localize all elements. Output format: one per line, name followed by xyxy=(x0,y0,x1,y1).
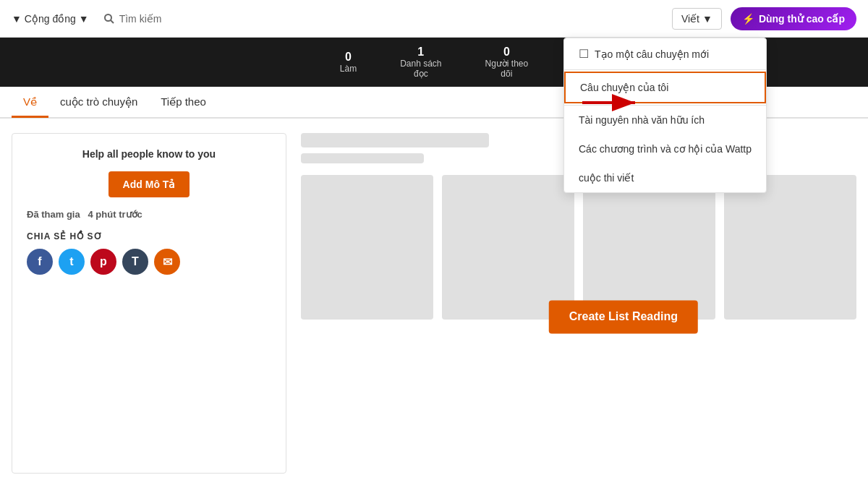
joined-prefix: Đã tham gia xyxy=(27,209,80,220)
stat-nguoi-theo: 0 Người theodõi xyxy=(485,46,529,79)
dropdown-menu: ☐ Tạo một câu chuyện mới Câu chuyện của … xyxy=(563,38,767,193)
premium-button[interactable]: ⚡ Dùng thử cao cấp xyxy=(731,7,856,30)
skeleton-subtitle xyxy=(301,153,424,163)
dropdown-contest-label: cuộc thi viết xyxy=(579,172,634,184)
help-text: Help all people know to you xyxy=(27,148,271,160)
dropdown-divider-1 xyxy=(564,69,766,70)
dropdown-resources-label: Tài nguyên nhà văn hữu ích xyxy=(579,114,705,126)
svg-line-1 xyxy=(111,20,114,23)
header-right: Viết ▼ ⚡ Dùng thử cao cấp xyxy=(672,7,856,30)
dropdown-item-new-story[interactable]: ☐ Tạo một câu chuyện mới xyxy=(564,38,766,69)
stat-nguoi-theo-label: Người theodõi xyxy=(485,59,529,79)
new-story-icon: ☐ xyxy=(579,47,589,61)
tab-cuoc-tro-chuyen[interactable]: cuộc trò chuyện xyxy=(48,88,149,118)
search-label: Tìm kiếm xyxy=(119,13,162,25)
skeleton-title xyxy=(301,133,489,147)
stat-lam-number: 0 xyxy=(340,51,357,64)
pinterest-share-button[interactable]: p xyxy=(90,249,116,275)
premium-label: Dùng thử cao cấp xyxy=(759,13,845,25)
header: ▼ Cộng đồng ▼ Tìm kiếm Viết ▼ ⚡ Dùng thử… xyxy=(0,0,868,38)
create-list-reading-button[interactable]: Create List Reading xyxy=(549,300,698,333)
stat-lam: 0 Làm xyxy=(340,51,357,74)
facebook-share-button[interactable]: f xyxy=(27,249,53,275)
community-label: Cộng đồng xyxy=(25,13,76,25)
joined-time: 4 phút trước xyxy=(88,209,142,220)
svg-point-0 xyxy=(105,14,111,21)
dropdown-item-programs[interactable]: Các chương trình và cơ hội của Wattp xyxy=(564,134,766,163)
stat-danh-sach-label: Danh sáchđọc xyxy=(400,59,441,79)
viet-arrow: ▼ xyxy=(702,13,712,25)
skeleton-card-4 xyxy=(724,175,856,320)
header-left: ▼ Cộng đồng ▼ Tìm kiếm xyxy=(12,13,161,25)
email-share-button[interactable]: ✉ xyxy=(154,249,180,275)
search-area[interactable]: Tìm kiếm xyxy=(103,13,162,25)
tumblr-share-button[interactable]: T xyxy=(122,249,148,275)
share-title: CHIA SẺ HỒ SƠ xyxy=(27,231,271,241)
dropdown-arrow-left: ▼ xyxy=(12,13,22,25)
add-mo-ta-button[interactable]: Add Mô Tả xyxy=(109,171,190,197)
dropdown-programs-label: Các chương trình và cơ hội của Wattp xyxy=(579,143,752,155)
twitter-share-button[interactable]: t xyxy=(59,249,85,275)
stat-lam-label: Làm xyxy=(340,64,357,74)
viet-label: Viết xyxy=(681,13,699,25)
dropdown-item-contest[interactable]: cuộc thi viết xyxy=(564,163,766,192)
lightning-icon: ⚡ xyxy=(742,13,754,25)
stat-danh-sach-number: 1 xyxy=(400,46,441,59)
red-arrow-indicator xyxy=(579,91,644,114)
left-panel: Help all people know to you Add Mô Tả Đã… xyxy=(12,133,286,474)
stat-nguoi-theo-number: 0 xyxy=(485,46,529,59)
viet-dropdown[interactable]: Viết ▼ xyxy=(672,8,722,30)
community-arrow: ▼ xyxy=(79,13,89,25)
red-arrow-svg xyxy=(579,91,644,114)
tab-ve[interactable]: Về xyxy=(12,88,48,118)
skeleton-card-3 xyxy=(583,175,715,320)
dropdown-new-story-label: Tạo một câu chuyện mới xyxy=(595,48,709,60)
social-icons: f t p T ✉ xyxy=(27,249,271,275)
search-icon xyxy=(103,13,115,25)
stat-danh-sach: 1 Danh sáchđọc xyxy=(400,46,441,79)
tab-tiep-theo[interactable]: Tiếp theo xyxy=(149,88,218,118)
skeleton-card-2 xyxy=(442,175,574,320)
skeleton-grid xyxy=(301,175,856,320)
community-dropdown[interactable]: ▼ Cộng đồng ▼ xyxy=(12,13,89,25)
joined-text: Đã tham gia 4 phút trước xyxy=(27,209,271,220)
skeleton-card-1 xyxy=(301,175,433,320)
